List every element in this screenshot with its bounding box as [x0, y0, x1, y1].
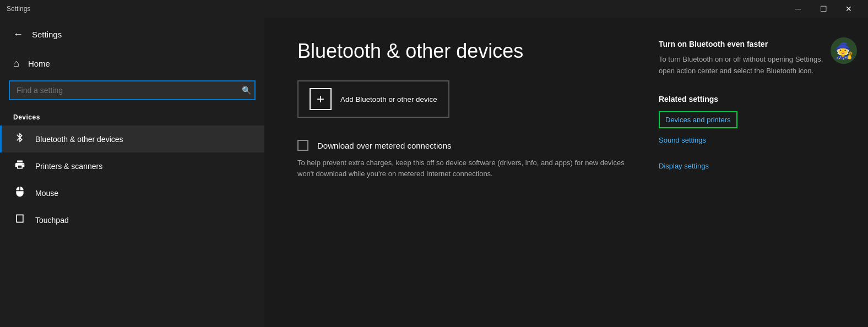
sidebar-section-title: Devices: [0, 109, 264, 126]
sidebar-item-mouse-label: Mouse: [35, 189, 58, 198]
tip-desc: To turn Bluetooth on or off without open…: [659, 54, 835, 77]
download-label: Download over metered connections: [317, 141, 451, 150]
home-label: Home: [28, 59, 50, 68]
download-section: Download over metered connections To hel…: [297, 140, 637, 179]
maximize-button[interactable]: ☐: [811, 0, 836, 18]
settings-title: Settings: [7, 5, 30, 13]
home-icon: ⌂: [13, 58, 19, 69]
touchpad-icon: [13, 213, 26, 227]
sidebar-item-printers-label: Printers & scanners: [35, 162, 102, 171]
related-title: Related settings: [659, 95, 835, 103]
plus-icon: +: [310, 88, 332, 110]
avatar-area: 🧙: [831, 37, 857, 64]
sidebar: ← Settings ⌂ Home 🔍 Devices Bluetooth & …: [0, 18, 264, 327]
title-bar-left: Settings: [7, 5, 30, 13]
download-desc: To help prevent extra charges, keep this…: [297, 157, 637, 179]
download-row: Download over metered connections: [297, 140, 637, 151]
content-right: Turn on Bluetooth even faster To turn Bl…: [659, 40, 835, 305]
sidebar-item-printers[interactable]: Printers & scanners: [0, 152, 264, 179]
display-settings-link[interactable]: Display settings: [659, 162, 835, 170]
back-button[interactable]: ←: [11, 26, 25, 42]
app-title: Settings: [32, 30, 62, 39]
close-button[interactable]: ✕: [836, 0, 861, 18]
avatar: 🧙: [831, 37, 857, 64]
devices-printers-link[interactable]: Devices and printers: [659, 111, 737, 128]
bluetooth-icon: [13, 132, 26, 146]
app-container: ← Settings ⌂ Home 🔍 Devices Bluetooth & …: [0, 18, 868, 327]
add-device-button[interactable]: + Add Bluetooth or other device: [297, 80, 449, 118]
minimize-button[interactable]: ─: [785, 0, 811, 18]
search-input[interactable]: [9, 80, 256, 100]
title-bar-controls: ─ ☐ ✕: [785, 0, 861, 18]
add-device-label: Add Bluetooth or other device: [340, 95, 437, 103]
main-content: 🧙 Bluetooth & other devices + Add Blueto…: [264, 18, 868, 327]
sidebar-item-home[interactable]: ⌂ Home: [0, 51, 264, 76]
download-checkbox[interactable]: [297, 140, 308, 151]
sidebar-item-bluetooth-label: Bluetooth & other devices: [35, 135, 123, 144]
page-title: Bluetooth & other devices: [297, 40, 637, 63]
search-icon[interactable]: 🔍: [242, 86, 251, 95]
title-bar: Settings ─ ☐ ✕: [0, 0, 868, 18]
printer-icon: [13, 159, 26, 173]
sound-settings-link[interactable]: Sound settings: [659, 136, 835, 144]
sidebar-nav-top: ← Settings: [0, 18, 264, 51]
sidebar-item-touchpad[interactable]: Touchpad: [0, 206, 264, 233]
mouse-icon: [13, 186, 26, 200]
sidebar-item-mouse[interactable]: Mouse: [0, 179, 264, 206]
sidebar-item-touchpad-label: Touchpad: [35, 216, 69, 225]
tip-title: Turn on Bluetooth even faster: [659, 40, 835, 48]
content-left: Bluetooth & other devices + Add Bluetoot…: [297, 40, 637, 305]
search-box: 🔍: [9, 80, 256, 100]
sidebar-item-bluetooth[interactable]: Bluetooth & other devices: [0, 126, 264, 152]
